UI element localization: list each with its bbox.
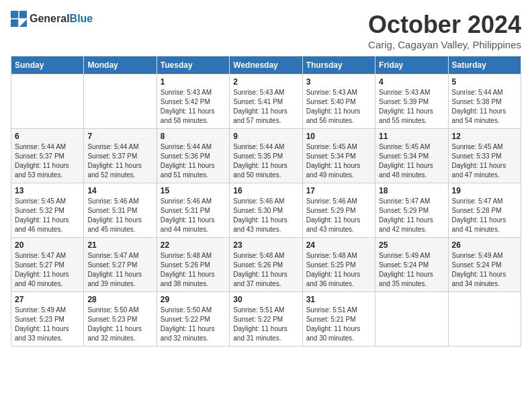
calendar-cell: 14Sunrise: 5:46 AMSunset: 5:31 PMDayligh… (84, 183, 157, 238)
location-title: Carig, Cagayan Valley, Philippines (368, 39, 521, 50)
day-number: 31 (306, 295, 371, 304)
day-number: 8 (161, 132, 226, 141)
day-info: Sunrise: 5:46 AMSunset: 5:30 PMDaylight:… (233, 197, 298, 234)
calendar-cell (375, 292, 448, 347)
day-info: Sunrise: 5:44 AMSunset: 5:36 PMDaylight:… (161, 142, 226, 180)
day-info: Sunrise: 5:47 AMSunset: 5:28 PMDaylight:… (452, 197, 517, 234)
day-number: 12 (452, 132, 517, 141)
calendar-cell (84, 75, 157, 129)
calendar-body: 1Sunrise: 5:43 AMSunset: 5:42 PMDaylight… (11, 75, 521, 347)
day-number: 17 (306, 186, 371, 195)
calendar-cell: 20Sunrise: 5:47 AMSunset: 5:27 PMDayligh… (11, 238, 84, 292)
svg-marker-3 (19, 19, 27, 27)
day-number: 21 (87, 240, 152, 250)
calendar-cell: 30Sunrise: 5:51 AMSunset: 5:22 PMDayligh… (230, 292, 302, 347)
header: GeneralBlue October 2024 Carig, Cagayan … (11, 11, 521, 50)
day-info: Sunrise: 5:45 AMSunset: 5:34 PMDaylight:… (379, 142, 444, 180)
day-number: 15 (161, 186, 226, 195)
day-info: Sunrise: 5:48 AMSunset: 5:25 PMDaylight:… (306, 251, 371, 289)
calendar-cell: 7Sunrise: 5:44 AMSunset: 5:37 PMDaylight… (84, 129, 157, 183)
calendar-cell: 4Sunrise: 5:43 AMSunset: 5:39 PMDaylight… (375, 75, 448, 129)
week-row-4: 27Sunrise: 5:49 AMSunset: 5:23 PMDayligh… (11, 292, 521, 347)
day-info: Sunrise: 5:43 AMSunset: 5:41 PMDaylight:… (233, 88, 298, 126)
calendar-cell: 21Sunrise: 5:47 AMSunset: 5:27 PMDayligh… (84, 238, 157, 292)
week-row-3: 20Sunrise: 5:47 AMSunset: 5:27 PMDayligh… (11, 238, 521, 292)
day-info: Sunrise: 5:45 AMSunset: 5:33 PMDaylight:… (452, 142, 517, 180)
day-number: 10 (306, 132, 371, 141)
day-info: Sunrise: 5:45 AMSunset: 5:34 PMDaylight:… (306, 142, 371, 180)
calendar-cell: 19Sunrise: 5:47 AMSunset: 5:28 PMDayligh… (448, 183, 521, 238)
day-number: 26 (452, 240, 517, 250)
day-number: 24 (306, 240, 371, 250)
day-number: 4 (379, 77, 444, 87)
weekday-header-monday: Monday (84, 56, 157, 75)
calendar-cell: 24Sunrise: 5:48 AMSunset: 5:25 PMDayligh… (302, 238, 375, 292)
day-info: Sunrise: 5:51 AMSunset: 5:22 PMDaylight:… (233, 306, 298, 343)
day-number: 7 (87, 132, 152, 141)
day-info: Sunrise: 5:43 AMSunset: 5:42 PMDaylight:… (161, 88, 226, 126)
calendar-cell: 28Sunrise: 5:50 AMSunset: 5:23 PMDayligh… (84, 292, 157, 347)
calendar-cell (11, 75, 84, 129)
calendar-cell: 29Sunrise: 5:50 AMSunset: 5:22 PMDayligh… (157, 292, 229, 347)
calendar-cell: 25Sunrise: 5:49 AMSunset: 5:24 PMDayligh… (375, 238, 448, 292)
calendar-cell: 27Sunrise: 5:49 AMSunset: 5:23 PMDayligh… (11, 292, 84, 347)
svg-rect-0 (11, 11, 18, 18)
weekday-header-tuesday: Tuesday (157, 56, 229, 75)
calendar-cell: 16Sunrise: 5:46 AMSunset: 5:30 PMDayligh… (230, 183, 302, 238)
calendar: SundayMondayTuesdayWednesdayThursdayFrid… (11, 56, 521, 347)
calendar-cell: 1Sunrise: 5:43 AMSunset: 5:42 PMDaylight… (157, 75, 229, 129)
day-number: 14 (87, 186, 152, 195)
weekday-header-thursday: Thursday (302, 56, 375, 75)
calendar-cell: 23Sunrise: 5:48 AMSunset: 5:26 PMDayligh… (230, 238, 302, 292)
day-number: 27 (15, 295, 80, 304)
day-info: Sunrise: 5:45 AMSunset: 5:32 PMDaylight:… (15, 197, 80, 234)
calendar-cell: 17Sunrise: 5:46 AMSunset: 5:29 PMDayligh… (302, 183, 375, 238)
day-info: Sunrise: 5:46 AMSunset: 5:31 PMDaylight:… (161, 197, 226, 234)
calendar-cell: 31Sunrise: 5:51 AMSunset: 5:21 PMDayligh… (302, 292, 375, 347)
calendar-cell: 22Sunrise: 5:48 AMSunset: 5:26 PMDayligh… (157, 238, 229, 292)
title-area: October 2024 Carig, Cagayan Valley, Phil… (368, 11, 521, 50)
day-info: Sunrise: 5:46 AMSunset: 5:29 PMDaylight:… (306, 197, 371, 234)
calendar-cell: 12Sunrise: 5:45 AMSunset: 5:33 PMDayligh… (448, 129, 521, 183)
calendar-cell: 2Sunrise: 5:43 AMSunset: 5:41 PMDaylight… (230, 75, 302, 129)
day-info: Sunrise: 5:43 AMSunset: 5:40 PMDaylight:… (306, 88, 371, 126)
day-info: Sunrise: 5:47 AMSunset: 5:27 PMDaylight:… (87, 251, 152, 289)
logo-blue-text: Blue (70, 13, 93, 24)
calendar-cell: 9Sunrise: 5:44 AMSunset: 5:35 PMDaylight… (230, 129, 302, 183)
calendar-cell: 10Sunrise: 5:45 AMSunset: 5:34 PMDayligh… (302, 129, 375, 183)
day-info: Sunrise: 5:47 AMSunset: 5:29 PMDaylight:… (379, 197, 444, 234)
day-info: Sunrise: 5:44 AMSunset: 5:37 PMDaylight:… (87, 142, 152, 180)
svg-rect-2 (11, 19, 18, 27)
weekday-header-wednesday: Wednesday (230, 56, 302, 75)
weekday-header-row: SundayMondayTuesdayWednesdayThursdayFrid… (11, 56, 521, 75)
day-number: 16 (233, 186, 298, 195)
calendar-cell: 5Sunrise: 5:44 AMSunset: 5:38 PMDaylight… (448, 75, 521, 129)
logo-general-text: General (30, 13, 70, 24)
day-info: Sunrise: 5:49 AMSunset: 5:23 PMDaylight:… (15, 306, 80, 343)
calendar-cell: 26Sunrise: 5:49 AMSunset: 5:24 PMDayligh… (448, 238, 521, 292)
day-number: 22 (161, 240, 226, 250)
calendar-cell: 11Sunrise: 5:45 AMSunset: 5:34 PMDayligh… (375, 129, 448, 183)
day-info: Sunrise: 5:49 AMSunset: 5:24 PMDaylight:… (452, 251, 517, 289)
calendar-cell: 8Sunrise: 5:44 AMSunset: 5:36 PMDaylight… (157, 129, 229, 183)
month-title: October 2024 (368, 11, 521, 39)
day-number: 2 (233, 77, 298, 87)
day-number: 30 (233, 295, 298, 304)
day-number: 25 (379, 240, 444, 250)
day-info: Sunrise: 5:46 AMSunset: 5:31 PMDaylight:… (87, 197, 152, 234)
calendar-cell: 6Sunrise: 5:44 AMSunset: 5:37 PMDaylight… (11, 129, 84, 183)
day-number: 28 (87, 295, 152, 304)
week-row-1: 6Sunrise: 5:44 AMSunset: 5:37 PMDaylight… (11, 129, 521, 183)
day-info: Sunrise: 5:44 AMSunset: 5:35 PMDaylight:… (233, 142, 298, 180)
day-number: 29 (161, 295, 226, 304)
day-info: Sunrise: 5:44 AMSunset: 5:37 PMDaylight:… (15, 142, 80, 180)
svg-rect-1 (19, 11, 27, 18)
day-info: Sunrise: 5:48 AMSunset: 5:26 PMDaylight:… (233, 251, 298, 289)
day-number: 9 (233, 132, 298, 141)
calendar-cell (448, 292, 521, 347)
day-number: 13 (15, 186, 80, 195)
calendar-cell: 3Sunrise: 5:43 AMSunset: 5:40 PMDaylight… (302, 75, 375, 129)
day-info: Sunrise: 5:48 AMSunset: 5:26 PMDaylight:… (161, 251, 226, 289)
day-number: 20 (15, 240, 80, 250)
day-number: 23 (233, 240, 298, 250)
